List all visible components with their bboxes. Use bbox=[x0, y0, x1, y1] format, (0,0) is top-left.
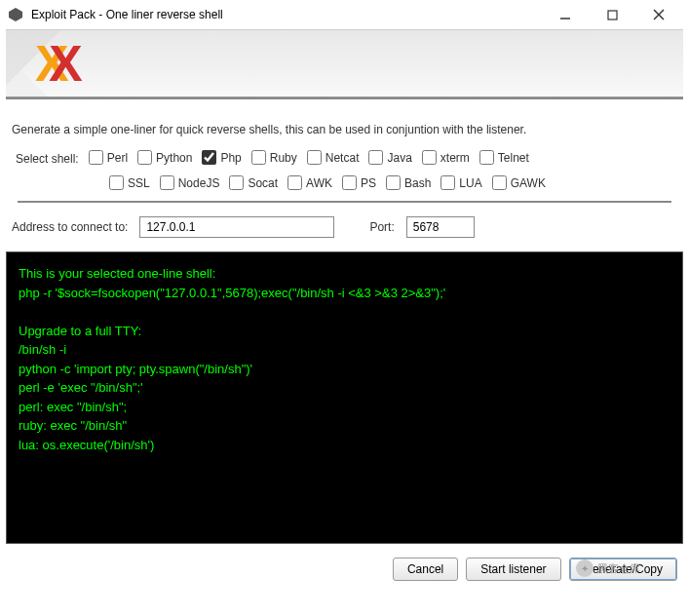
port-input[interactable] bbox=[406, 216, 475, 238]
shell-option-xterm[interactable]: xterm bbox=[422, 150, 470, 165]
shell-checkbox-java[interactable] bbox=[368, 150, 383, 165]
divider bbox=[6, 97, 683, 99]
shell-option-java[interactable]: Java bbox=[368, 150, 411, 165]
shell-checkbox-telnet[interactable] bbox=[479, 150, 494, 165]
shell-label: SSL bbox=[128, 176, 150, 190]
port-label: Port: bbox=[369, 220, 394, 234]
shell-option-telnet[interactable]: Telnet bbox=[479, 150, 529, 165]
svg-rect-2 bbox=[608, 11, 617, 19]
shell-row-1: Select shell: PerlPythonPhpRubyNetcatJav… bbox=[12, 150, 677, 168]
exploit-pack-logo: XX bbox=[35, 38, 69, 89]
shell-label: Ruby bbox=[270, 151, 297, 165]
minimize-button[interactable] bbox=[551, 5, 580, 24]
close-button[interactable] bbox=[644, 5, 673, 24]
button-bar: ✦ 黑客仓库 Cancel Start listener Generate/Co… bbox=[0, 544, 689, 595]
shell-label: Php bbox=[220, 151, 241, 165]
shell-checkbox-ruby[interactable] bbox=[251, 150, 266, 165]
shell-label: Telnet bbox=[498, 151, 529, 165]
shell-option-lua[interactable]: LUA bbox=[440, 175, 481, 190]
shell-checkbox-xterm[interactable] bbox=[422, 150, 437, 165]
address-label: Address to connect to: bbox=[12, 220, 128, 234]
titlebar: Exploit Pack - One liner reverse shell bbox=[0, 0, 689, 29]
svg-marker-0 bbox=[9, 8, 22, 21]
shell-checkbox-netcat[interactable] bbox=[307, 150, 322, 165]
shell-option-perl[interactable]: Perl bbox=[89, 150, 128, 165]
shell-label: AWK bbox=[306, 176, 332, 190]
window-title: Exploit Pack - One liner reverse shell bbox=[31, 8, 551, 21]
start-listener-button[interactable]: Start listener bbox=[466, 558, 560, 581]
shell-checkbox-perl[interactable] bbox=[89, 150, 103, 165]
shell-option-ssl[interactable]: SSL bbox=[109, 175, 150, 190]
divider bbox=[18, 201, 671, 203]
shell-selection: Select shell: PerlPythonPhpRubyNetcatJav… bbox=[12, 150, 677, 193]
shell-option-ruby[interactable]: Ruby bbox=[251, 150, 297, 165]
shell-option-gawk[interactable]: GAWK bbox=[492, 175, 546, 190]
select-shell-label: Select shell: bbox=[16, 152, 79, 166]
output-terminal[interactable]: This is your selected one-line shell: ph… bbox=[6, 251, 683, 544]
shell-row-2: SSLNodeJSSocatAWKPSBashLUAGAWK bbox=[12, 175, 677, 193]
main-content: Generate a simple one-liner for quick re… bbox=[0, 109, 689, 251]
shell-label: LUA bbox=[459, 176, 481, 190]
shell-label: Socat bbox=[248, 176, 278, 190]
shell-label: GAWK bbox=[511, 176, 546, 190]
shell-checkbox-ps[interactable] bbox=[342, 175, 357, 190]
shell-option-ps[interactable]: PS bbox=[342, 175, 376, 190]
shell-label: Bash bbox=[404, 176, 431, 190]
shell-label: Perl bbox=[107, 151, 128, 165]
shell-label: NodeJS bbox=[178, 176, 220, 190]
shell-checkbox-lua[interactable] bbox=[440, 175, 455, 190]
maximize-button[interactable] bbox=[597, 5, 627, 24]
shell-option-netcat[interactable]: Netcat bbox=[307, 150, 360, 165]
shell-label: Netcat bbox=[325, 151, 360, 165]
header-banner: XX bbox=[6, 29, 683, 97]
shell-option-php[interactable]: Php bbox=[202, 150, 241, 165]
shell-checkbox-awk[interactable] bbox=[287, 175, 302, 190]
shell-option-awk[interactable]: AWK bbox=[287, 175, 332, 190]
address-input[interactable] bbox=[139, 216, 334, 238]
shell-label: Python bbox=[156, 151, 192, 165]
shell-option-bash[interactable]: Bash bbox=[386, 175, 431, 190]
shell-option-nodejs[interactable]: NodeJS bbox=[160, 175, 220, 190]
shell-label: xterm bbox=[440, 151, 470, 165]
shell-label: PS bbox=[361, 176, 376, 190]
shell-checkbox-gawk[interactable] bbox=[492, 175, 507, 190]
window-controls bbox=[551, 5, 681, 24]
shell-checkbox-ssl[interactable] bbox=[109, 175, 124, 190]
shell-checkbox-socat[interactable] bbox=[229, 175, 244, 190]
generate-copy-button[interactable]: Generate/Copy bbox=[569, 558, 677, 581]
shell-option-socat[interactable]: Socat bbox=[229, 175, 278, 190]
cancel-button[interactable]: Cancel bbox=[393, 558, 458, 581]
shell-checkbox-bash[interactable] bbox=[386, 175, 401, 190]
shell-option-python[interactable]: Python bbox=[137, 150, 192, 165]
address-row: Address to connect to: Port: bbox=[12, 216, 677, 238]
description-text: Generate a simple one-liner for quick re… bbox=[12, 123, 677, 136]
shell-checkbox-python[interactable] bbox=[137, 150, 152, 165]
banner-background bbox=[6, 30, 683, 96]
shell-label: Java bbox=[387, 151, 411, 165]
shell-checkbox-php[interactable] bbox=[202, 150, 216, 165]
shell-checkbox-nodejs[interactable] bbox=[160, 175, 174, 190]
app-icon bbox=[8, 7, 23, 22]
